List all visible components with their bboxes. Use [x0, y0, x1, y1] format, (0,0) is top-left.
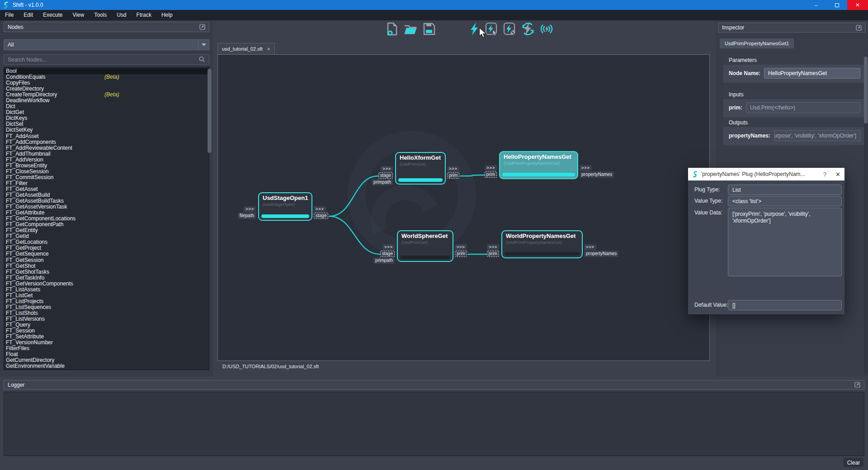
- output-ports: >>>propertyNames: [580, 165, 614, 178]
- new-graph-icon[interactable]: [386, 22, 398, 36]
- node-list-item[interactable]: FT_ListVersions: [4, 316, 209, 322]
- open-graph-icon[interactable]: [404, 22, 417, 36]
- node-list-item[interactable]: GetEnvironmentVariable: [4, 363, 209, 369]
- node-filter-dropdown[interactable]: All: [4, 39, 209, 50]
- node-list-item-label: DictSet: [6, 121, 24, 127]
- graph-node-WorldPropertyNamesGet[interactable]: WorldPropertyNamesGet(UsdPrimPropertyNam…: [501, 230, 583, 258]
- graph-node-UsdStageOpen1[interactable]: UsdStageOpen1(UsdStageOpen): [258, 192, 312, 221]
- node-list-item-label: FT_AddThumbnail: [6, 151, 51, 157]
- node-list-item-label: CopyFiles: [6, 80, 30, 86]
- popout-icon[interactable]: [854, 382, 860, 388]
- execute-cancel-icon[interactable]: [503, 22, 516, 36]
- popout-icon[interactable]: [856, 25, 862, 31]
- inspector-title: Inspector: [722, 24, 744, 31]
- port-stage[interactable]: stage: [378, 172, 393, 179]
- close-button[interactable]: ✕: [847, 0, 868, 10]
- node-list-item-label: DictKeys: [6, 115, 27, 121]
- node-list-item[interactable]: DictSet: [4, 121, 209, 127]
- node-list-item[interactable]: FT_GetEntity: [4, 228, 209, 233]
- inspector-scrollbar-thumb[interactable]: [864, 57, 868, 123]
- plug-dialog: 'propertyNames' Plug (HelloPropertyNam..…: [688, 168, 844, 314]
- port-propertyNames[interactable]: propertyNames: [580, 171, 614, 178]
- minimize-button[interactable]: –: [806, 0, 826, 10]
- node-list-item[interactable]: FT_VersionNumber: [4, 340, 209, 346]
- node-list-scrollbar[interactable]: [208, 69, 212, 153]
- menu-help[interactable]: Help: [156, 10, 178, 20]
- port-prim[interactable]: prim: [447, 172, 459, 179]
- menu-tools[interactable]: Tools: [89, 10, 112, 20]
- plug-dialog-titlebar[interactable]: 'propertyNames' Plug (HelloPropertyNam..…: [688, 168, 844, 180]
- popout-icon[interactable]: [199, 24, 205, 30]
- node-name-field[interactable]: HelloPropertyNamesGet: [764, 68, 860, 79]
- node-list-item[interactable]: FT_CommitSession: [4, 175, 209, 180]
- node-list-item[interactable]: DeadlineWorkflow: [4, 98, 209, 104]
- connection-wire[interactable]: [329, 216, 380, 254]
- menu-edit[interactable]: Edit: [19, 10, 38, 20]
- execute-selected-icon[interactable]: [485, 22, 498, 36]
- execute-graph-icon[interactable]: [469, 22, 480, 36]
- port-primpath[interactable]: primpath: [373, 257, 395, 264]
- plug-dialog-title: 'propertyNames' Plug (HelloPropertyNam..…: [701, 171, 823, 177]
- menu-ftrack[interactable]: Ftrack: [132, 10, 156, 20]
- outputs-group-title: Outputs: [723, 118, 865, 127]
- node-list-item[interactable]: Dict: [4, 104, 209, 109]
- value-type-field[interactable]: <class 'list'>: [728, 196, 842, 206]
- value-data-field[interactable]: ['proxyPrim', 'purpose', 'visibility', '…: [728, 208, 842, 276]
- node-list-item[interactable]: FT_ListAssets: [4, 287, 209, 293]
- dialog-close-icon[interactable]: ✕: [835, 171, 840, 178]
- port-prim[interactable]: prim: [487, 251, 499, 257]
- node-list-item[interactable]: DictKeys: [4, 115, 209, 121]
- menu-usd[interactable]: Usd: [112, 10, 131, 20]
- property-names-output-field[interactable]: ['proxyPrim', 'purpose', 'visibility', '…: [774, 130, 860, 141]
- plug-type-field[interactable]: List: [728, 185, 842, 195]
- document-tab[interactable]: usd_tutorial_02.sft ✕: [217, 43, 275, 54]
- input-ports: >>>stageprimpath: [372, 166, 393, 185]
- app-logo-icon: [3, 1, 9, 9]
- default-value-field[interactable]: []: [728, 300, 842, 310]
- clear-log-button[interactable]: Clear: [844, 458, 863, 467]
- save-graph-icon[interactable]: [423, 22, 435, 36]
- graph-node-HelloPropertyNamesGet[interactable]: HelloPropertyNamesGet(UsdPrimPropertyNam…: [499, 151, 578, 179]
- input-ports: >>>prim: [487, 244, 499, 257]
- maximize-button[interactable]: [826, 0, 847, 10]
- port-prim[interactable]: prim: [455, 251, 467, 257]
- graph-node-HelloXformGet[interactable]: HelloXformGet(UsdPrimGet): [395, 152, 446, 185]
- help-icon[interactable]: ?: [823, 171, 826, 178]
- menu-execute[interactable]: Execute: [38, 10, 67, 20]
- node-list-item[interactable]: FilterFiles: [4, 346, 209, 351]
- port-primpath[interactable]: primpath: [372, 179, 393, 185]
- inspected-node-tab[interactable]: UsdPrimPropertyNamesGet1: [720, 38, 794, 48]
- search-input[interactable]: Search Nodes...: [4, 54, 209, 65]
- output-ports: >>>prim: [447, 166, 459, 179]
- connection-wire[interactable]: [329, 176, 378, 216]
- port-stage[interactable]: stage: [314, 213, 328, 219]
- live-execution-icon[interactable]: [540, 22, 553, 36]
- port-propertyNames[interactable]: propertyNames: [584, 251, 618, 257]
- node-list-item-label: FT_AddAsset: [6, 133, 39, 139]
- graph-canvas[interactable]: UsdStageOpen1(UsdStageOpen)>>>filepath>>…: [217, 54, 710, 361]
- node-list-item-label: Bool: [6, 68, 17, 74]
- node-list-item-label: FT_GetSequence: [6, 251, 49, 257]
- re-execute-icon[interactable]: [521, 22, 535, 36]
- port-flow-icon: >>>: [447, 166, 459, 172]
- port-stage[interactable]: stage: [380, 251, 395, 257]
- prim-input-field[interactable]: Usd.Prim(</hello>): [746, 102, 860, 113]
- connection-wire[interactable]: [460, 175, 484, 176]
- node-list-item-label: FT_SetAttribute: [6, 333, 44, 340]
- node-list-item-label: FT_GetAsset: [6, 186, 38, 192]
- tab-close-icon[interactable]: ✕: [267, 47, 270, 52]
- node-list-item[interactable]: ConditionEquals(Beta): [4, 74, 209, 80]
- graph-node-title: WorldPropertyNamesGet: [502, 231, 582, 239]
- node-list-item[interactable]: DictGet: [4, 109, 209, 115]
- menu-view[interactable]: View: [67, 10, 89, 20]
- node-list-item-label: FT_GetVersionComponents: [6, 280, 73, 287]
- input-ports: >>>prim: [485, 165, 497, 178]
- node-list-item-label: FT_ListProjects: [6, 298, 43, 304]
- port-filepath[interactable]: filepath: [238, 213, 256, 219]
- search-placeholder: Search Nodes...: [8, 57, 47, 63]
- menu-file[interactable]: File: [0, 10, 19, 20]
- node-list-item-label: Float: [6, 351, 18, 357]
- graph-node-WorldSphereGet[interactable]: WorldSphereGet(UsdPrimGet): [397, 230, 453, 262]
- graph-node-type: (UsdPrimGet): [398, 239, 453, 245]
- port-prim[interactable]: prim: [485, 171, 497, 178]
